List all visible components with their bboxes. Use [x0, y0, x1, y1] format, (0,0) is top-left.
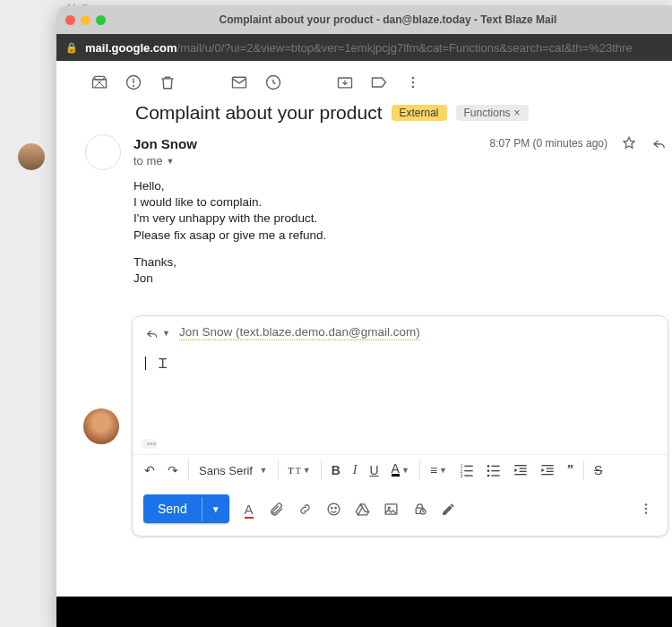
- chevron-down-icon: ▼: [260, 466, 268, 475]
- send-label: Send: [143, 494, 202, 523]
- reply-type-button[interactable]: ▼: [145, 326, 170, 340]
- drive-icon[interactable]: [355, 502, 373, 517]
- svg-text:1: 1: [461, 465, 463, 469]
- redo-button[interactable]: ↷: [165, 461, 181, 479]
- text-cursor-icon: Ꮖ: [159, 356, 166, 371]
- text-format-toggle[interactable]: A: [240, 502, 258, 517]
- reply-type-caret-icon: ▼: [162, 329, 170, 338]
- svg-text:2: 2: [461, 469, 463, 474]
- svg-point-36: [645, 503, 647, 505]
- show-trimmed-button[interactable]: •••: [142, 439, 158, 449]
- emoji-icon[interactable]: [326, 502, 344, 517]
- move-to-icon[interactable]: [336, 73, 354, 91]
- spam-icon[interactable]: [125, 73, 142, 91]
- body-closing: Thanks,: [134, 254, 672, 271]
- browser-tabbar: Complaint about your product - dan@blaze…: [56, 5, 672, 34]
- undo-button[interactable]: ↶: [142, 461, 158, 479]
- body-line: I'm very unhappy with the product.: [134, 210, 672, 227]
- svg-point-19: [487, 475, 490, 477]
- svg-rect-28: [541, 474, 553, 475]
- message-header: Jon Snow 8:07 PM (0 minutes ago): [134, 134, 672, 152]
- my-avatar[interactable]: [83, 408, 119, 444]
- window-controls[interactable]: [65, 15, 106, 25]
- underline-button[interactable]: U: [366, 461, 381, 479]
- compose-recipient[interactable]: Jon Snow (text.blaze.demo.dan@gmail.com): [179, 325, 420, 340]
- svg-rect-16: [491, 466, 499, 467]
- mail-toolbar: [56, 61, 672, 102]
- to-details-caret-icon[interactable]: ▼: [167, 157, 175, 166]
- bottom-bar: [56, 597, 672, 627]
- svg-point-33: [388, 507, 390, 509]
- gmail-content: Complaint about your product External Fu…: [56, 61, 672, 597]
- svg-rect-22: [520, 468, 527, 469]
- maximize-window-icon[interactable]: [96, 15, 106, 25]
- font-select[interactable]: Sans Serif ▼: [196, 462, 271, 479]
- body-line: Hello,: [134, 178, 672, 194]
- subject: Complaint about your product: [135, 102, 383, 124]
- svg-point-31: [335, 507, 336, 508]
- attach-icon[interactable]: [269, 502, 287, 517]
- svg-rect-10: [464, 466, 472, 467]
- strikethrough-button[interactable]: S: [591, 461, 605, 479]
- labels-icon[interactable]: [370, 73, 388, 91]
- browser-window: Complaint about your product - dan@blaze…: [56, 5, 672, 627]
- compose-box: ▼ Jon Snow (text.blaze.demo.dan@gmail.co…: [132, 315, 668, 537]
- compose-section: ▼ Jon Snow (text.blaze.demo.dan@gmail.co…: [83, 315, 668, 537]
- text-color-button[interactable]: A ▼: [389, 462, 412, 478]
- quote-button[interactable]: ”: [564, 461, 576, 479]
- remove-chip-icon[interactable]: ×: [514, 107, 521, 119]
- compose-more-icon[interactable]: [639, 502, 657, 516]
- star-icon[interactable]: [620, 134, 638, 152]
- send-options-button[interactable]: ▼: [202, 497, 229, 521]
- to-label: to me: [134, 154, 163, 167]
- compose-textarea[interactable]: Ꮖ: [133, 349, 668, 434]
- recipient-line[interactable]: to me ▼: [134, 154, 672, 167]
- confidential-icon[interactable]: [412, 502, 430, 517]
- svg-point-2: [134, 85, 134, 86]
- snooze-icon[interactable]: [264, 73, 282, 91]
- body-line: Please fix asap or give me a refund.: [134, 228, 672, 244]
- italic-button[interactable]: I: [350, 461, 360, 479]
- svg-rect-27: [547, 471, 554, 472]
- signature-icon[interactable]: [441, 502, 459, 517]
- bold-button[interactable]: B: [329, 461, 343, 479]
- more-icon[interactable]: [404, 73, 422, 91]
- minimize-window-icon[interactable]: [81, 15, 90, 25]
- svg-point-7: [412, 82, 415, 84]
- indent-more-button[interactable]: [538, 461, 557, 479]
- insert-link-icon[interactable]: [297, 502, 315, 517]
- svg-rect-26: [547, 468, 554, 469]
- address-bar[interactable]: 🔒 mail.google.com/mail/u/0/?ui=2&view=bt…: [56, 34, 672, 61]
- category-chip-label: Functions: [464, 107, 511, 119]
- svg-rect-23: [520, 471, 527, 472]
- send-button[interactable]: Send ▼: [143, 494, 229, 523]
- close-window-icon[interactable]: [65, 15, 75, 25]
- insert-image-icon[interactable]: [383, 502, 401, 517]
- numbered-list-button[interactable]: 123: [457, 461, 477, 479]
- url[interactable]: mail.google.com/mail/u/0/?ui=2&view=btop…: [85, 41, 633, 55]
- svg-rect-12: [464, 470, 472, 471]
- reply-icon[interactable]: [650, 134, 668, 152]
- left-avatar: [18, 143, 45, 170]
- subject-row: Complaint about your product External Fu…: [56, 102, 672, 134]
- svg-text:3: 3: [461, 474, 463, 477]
- sender-name[interactable]: Jon Snow: [134, 136, 197, 151]
- bulleted-list-button[interactable]: [484, 461, 504, 479]
- url-host: mail.google.com: [85, 41, 177, 55]
- svg-rect-18: [491, 470, 499, 471]
- mark-unread-icon[interactable]: [230, 73, 248, 91]
- sender-avatar[interactable]: [85, 134, 121, 170]
- svg-point-6: [412, 77, 415, 80]
- archive-icon[interactable]: [90, 73, 108, 91]
- svg-rect-24: [514, 474, 526, 475]
- body-line: I would like to complain.: [134, 194, 672, 210]
- category-chip[interactable]: Functions ×: [456, 105, 529, 121]
- message-body: Hello, I would like to complain. I'm ver…: [134, 178, 672, 287]
- font-size-button[interactable]: тT ▼: [286, 461, 314, 479]
- align-button[interactable]: ≡ ▼: [427, 461, 450, 479]
- svg-rect-25: [541, 465, 553, 466]
- tab-title[interactable]: Complaint about your product - dan@blaze…: [113, 13, 663, 26]
- delete-icon[interactable]: [159, 73, 177, 91]
- indent-less-button[interactable]: [511, 461, 530, 479]
- font-select-label: Sans Serif: [199, 464, 253, 477]
